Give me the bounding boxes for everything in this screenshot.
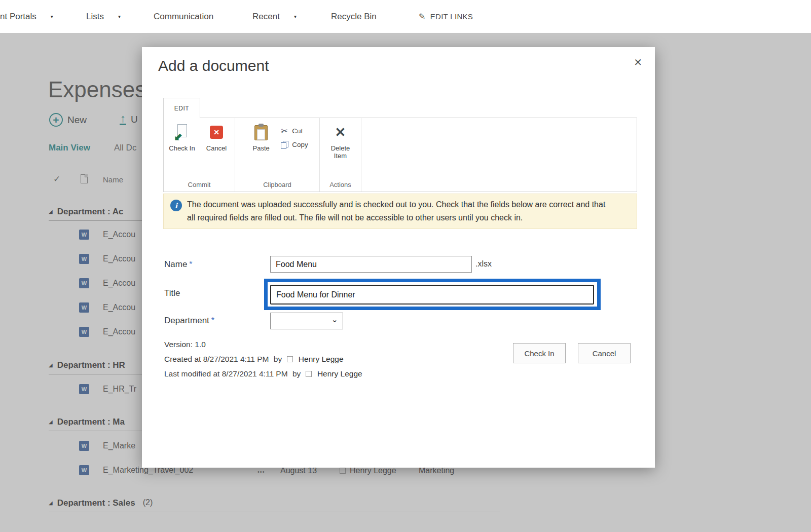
ribbon-group-clipboard: Paste ✂ Cut Copy Clipboard bbox=[235, 118, 320, 192]
cut-label: Cut bbox=[292, 127, 303, 135]
add-document-dialog: ✕ Add a document EDIT ⬋ Check In ✕ bbox=[142, 47, 655, 468]
ribbon: ⬋ Check In ✕ Cancel Commit bbox=[163, 118, 637, 192]
modified-by-person[interactable]: Henry Legge bbox=[317, 369, 362, 378]
paste-icon bbox=[254, 124, 268, 141]
nav-item-communication[interactable]: Communication bbox=[154, 0, 213, 33]
cut-icon: ✂ bbox=[280, 126, 289, 136]
nav-label: nt Portals bbox=[0, 12, 36, 22]
nav-item-lists[interactable]: Lists ▾ bbox=[86, 0, 121, 33]
cancel-button[interactable]: Cancel bbox=[578, 343, 631, 363]
tab-edit[interactable]: EDIT bbox=[163, 98, 200, 118]
department-field-label: Department* bbox=[164, 316, 214, 326]
chevron-down-icon: ▾ bbox=[118, 14, 121, 19]
name-field-label: Name* bbox=[164, 259, 193, 270]
presence-indicator bbox=[306, 371, 312, 377]
modified-text: Last modified at 8/27/2021 4:11 PM by He… bbox=[164, 369, 362, 384]
dialog-title: Add a document bbox=[158, 57, 269, 74]
ribbon-empty-area bbox=[361, 118, 637, 192]
copy-icon bbox=[281, 141, 288, 148]
edit-links-button[interactable]: ✎ EDIT LINKS bbox=[419, 0, 473, 33]
group-label-commit: Commit bbox=[164, 181, 235, 188]
group-label-actions: Actions bbox=[320, 181, 361, 188]
created-by-person[interactable]: Henry Legge bbox=[299, 355, 344, 363]
copy-button[interactable]: Copy bbox=[280, 141, 308, 148]
chevron-down-icon: ▾ bbox=[294, 14, 297, 19]
paste-label: Paste bbox=[253, 144, 270, 152]
chevron-down-icon: ⌄ bbox=[331, 315, 338, 324]
notice-banner: i The document was uploaded successfully… bbox=[163, 194, 637, 229]
delete-icon: ✕ bbox=[335, 125, 346, 140]
group-label-clipboard: Clipboard bbox=[235, 181, 319, 188]
nav-label: Lists bbox=[86, 12, 104, 22]
copy-label: Copy bbox=[292, 141, 308, 148]
required-asterisk: * bbox=[189, 260, 192, 269]
notice-text: The document was uploaded successfully a… bbox=[187, 200, 605, 222]
chevron-down-icon: ▾ bbox=[51, 14, 53, 19]
check-in-label: Check In bbox=[169, 144, 195, 152]
nav-item-recycle-bin[interactable]: Recycle Bin bbox=[331, 0, 377, 33]
check-in-icon: ⬋ bbox=[175, 124, 189, 140]
pencil-icon: ✎ bbox=[419, 12, 426, 21]
presence-indicator bbox=[287, 356, 293, 362]
ribbon-group-commit: ⬋ Check In ✕ Cancel Commit bbox=[164, 118, 235, 192]
nav-item-portals[interactable]: nt Portals ▾ bbox=[0, 0, 53, 33]
cut-button[interactable]: ✂ Cut bbox=[280, 126, 308, 136]
top-navigation: nt Portals ▾ Lists ▾ Communication Recen… bbox=[0, 0, 811, 33]
delete-item-label: Delete Item bbox=[326, 144, 355, 160]
file-extension-label: .xlsx bbox=[475, 259, 492, 269]
required-asterisk: * bbox=[211, 316, 214, 325]
cancel-label: Cancel bbox=[206, 144, 227, 152]
nav-label: Recycle Bin bbox=[331, 12, 377, 22]
document-metadata: Version: 1.0 Created at 8/27/2021 4:11 P… bbox=[164, 340, 362, 384]
nav-item-recent[interactable]: Recent ▾ bbox=[252, 0, 297, 33]
title-input[interactable] bbox=[270, 285, 594, 305]
info-icon: i bbox=[170, 200, 182, 211]
close-icon[interactable]: ✕ bbox=[634, 56, 642, 68]
version-text: Version: 1.0 bbox=[164, 340, 362, 355]
created-text: Created at 8/27/2021 4:11 PM by Henry Le… bbox=[164, 355, 362, 369]
department-select[interactable]: ⌄ bbox=[270, 313, 343, 329]
ribbon-group-actions: ✕ Delete Item Actions bbox=[320, 118, 361, 192]
edit-links-label: EDIT LINKS bbox=[430, 12, 473, 21]
nav-label: Recent bbox=[252, 12, 280, 22]
screen: nt Portals ▾ Lists ▾ Communication Recen… bbox=[0, 0, 811, 532]
check-in-button[interactable]: Check In bbox=[513, 343, 566, 363]
name-input[interactable] bbox=[270, 256, 472, 273]
cancel-icon: ✕ bbox=[210, 126, 223, 139]
nav-label: Communication bbox=[154, 12, 213, 22]
title-field-label: Title bbox=[164, 288, 180, 298]
